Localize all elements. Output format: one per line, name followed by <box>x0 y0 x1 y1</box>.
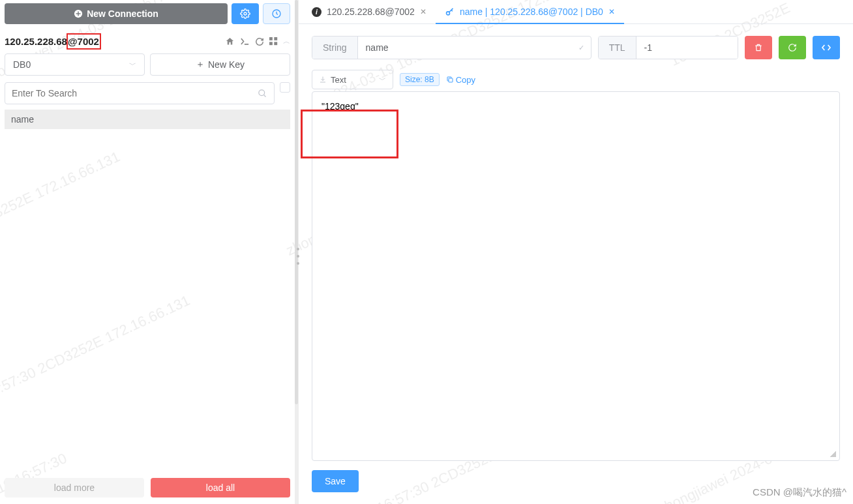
connection-title[interactable]: 120.25.228.68@7002 <box>5 36 101 47</box>
svg-rect-13 <box>449 78 453 82</box>
gear-icon <box>240 8 250 19</box>
refresh-button[interactable] <box>779 36 806 59</box>
svg-point-12 <box>446 11 449 14</box>
chevron-down-icon: ﹀ <box>129 60 136 70</box>
ttl-label: TTL <box>599 37 636 59</box>
sidebar: New Connection 120.25.228.68@7002 ︿ DB0 <box>0 0 299 504</box>
plus-icon: ＋ <box>196 59 205 70</box>
home-icon[interactable] <box>225 37 235 46</box>
tab-label: 120.25.228.68@7002 <box>327 7 415 17</box>
copy-button[interactable]: Copy <box>446 75 475 85</box>
code-button[interactable] <box>813 36 840 59</box>
tab-status[interactable]: i 120.25.228.68@7002 ✕ <box>303 0 436 23</box>
collapse-icon[interactable]: ︿ <box>283 37 290 46</box>
trash-icon <box>754 43 763 52</box>
type-label: String <box>312 37 358 59</box>
svg-rect-8 <box>274 42 277 45</box>
value-textarea[interactable] <box>312 91 840 461</box>
close-icon[interactable]: ✕ <box>420 7 426 16</box>
key-icon <box>445 7 455 17</box>
save-button[interactable]: Save <box>312 470 359 492</box>
info-icon: i <box>312 7 322 17</box>
main-panel: i 120.25.228.68@7002 ✕ name | 120.25.228… <box>299 0 853 504</box>
copy-label: Copy <box>456 75 475 85</box>
new-connection-label: New Connection <box>87 8 158 19</box>
plus-circle-icon <box>74 9 83 18</box>
tab-label: name | 120.25.228.68@7002 | DB0 <box>460 7 603 17</box>
scrollbar[interactable] <box>295 0 298 404</box>
exact-match-checkbox[interactable] <box>280 82 290 93</box>
load-more-button[interactable]: load more <box>5 478 144 497</box>
code-icon <box>821 43 831 52</box>
new-key-button[interactable]: ＋ New Key <box>150 53 290 76</box>
format-label: Text <box>331 75 346 85</box>
close-icon[interactable]: ✕ <box>608 7 615 16</box>
attribution: CSDN @喝汽水的猫^ <box>753 486 846 499</box>
grid-icon[interactable] <box>269 37 278 46</box>
refresh-icon <box>788 43 797 52</box>
format-select[interactable]: Text ﹀ <box>312 70 393 89</box>
refresh-icon[interactable] <box>255 37 264 46</box>
new-connection-button[interactable]: New Connection <box>5 3 228 24</box>
db-select-label: DB0 <box>13 59 31 70</box>
db-select[interactable]: DB0 ﹀ <box>5 53 145 76</box>
log-button[interactable] <box>263 3 290 24</box>
tab-key[interactable]: name | 120.25.228.68@7002 | DB0 ✕ <box>436 0 624 23</box>
chevron-down-icon: ﹀ <box>379 75 386 85</box>
clock-icon <box>271 8 282 19</box>
svg-point-9 <box>259 89 265 95</box>
ttl-input[interactable] <box>636 37 738 59</box>
settings-button[interactable] <box>232 3 259 24</box>
key-list: name <box>5 110 290 478</box>
svg-rect-7 <box>269 42 273 45</box>
tab-bar: i 120.25.228.68@7002 ✕ name | 120.25.228… <box>299 0 853 24</box>
delete-button[interactable] <box>745 36 772 59</box>
search-icon[interactable] <box>258 89 267 98</box>
key-item[interactable]: name <box>5 110 290 129</box>
svg-rect-2 <box>76 13 81 14</box>
search-input[interactable] <box>12 88 258 98</box>
svg-rect-5 <box>269 37 273 40</box>
resize-grip[interactable] <box>830 451 836 457</box>
load-all-button[interactable]: load all <box>151 478 290 497</box>
terminal-icon[interactable] <box>240 37 250 46</box>
svg-point-3 <box>244 12 247 15</box>
search-input-wrapper <box>5 82 275 104</box>
size-badge: Size: 8B <box>400 73 440 86</box>
check-icon[interactable]: ✓ <box>578 44 584 52</box>
highlight-box: @7002 <box>67 33 101 50</box>
svg-rect-6 <box>274 37 277 40</box>
key-name-input[interactable] <box>358 37 572 59</box>
new-key-label: New Key <box>208 59 245 70</box>
download-icon <box>319 76 327 83</box>
copy-icon <box>446 76 454 83</box>
